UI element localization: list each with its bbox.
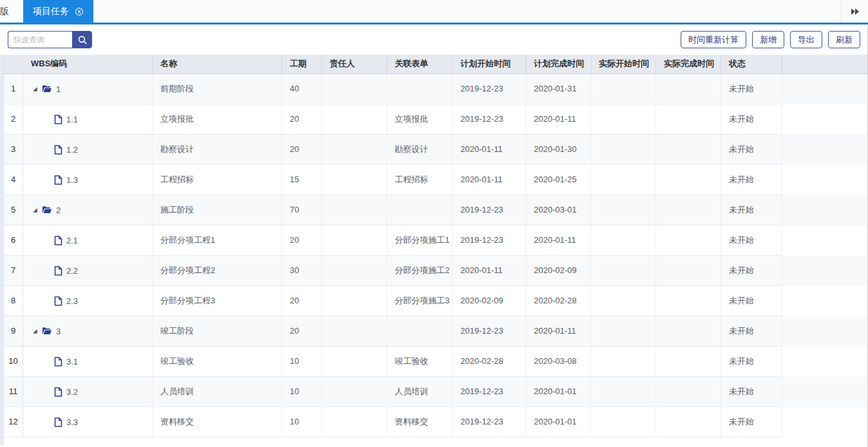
wbs-code-text: 2	[56, 205, 61, 215]
wbs-code-text: 1.2	[66, 145, 78, 155]
refresh-button[interactable]: 刷新	[828, 31, 860, 48]
duration-cell: 20	[282, 225, 322, 256]
col-header-wbs-code[interactable]: WBS编码	[23, 55, 153, 73]
file-icon	[54, 357, 62, 366]
col-header-owner[interactable]: 责任人	[322, 55, 387, 73]
owner-cell	[322, 316, 387, 347]
file-icon	[54, 387, 62, 397]
wbs-tree-cell: 1.2	[23, 135, 153, 165]
name-cell: 勘察设计	[153, 135, 282, 165]
plan-end-cell: 2020-01-30	[526, 135, 591, 165]
actual-end-cell	[656, 256, 721, 286]
wbs-code-text: 3.1	[66, 357, 78, 366]
table-row[interactable]: 52施工阶段702019-12-232020-03-01未开始	[4, 195, 868, 225]
recalculate-time-button[interactable]: 时间重新计算	[681, 31, 746, 48]
table-row[interactable]: 123.3资料移交10资料移交2019-12-232020-01-01未开始	[4, 407, 868, 437]
wbs-code-text: 1.3	[66, 175, 78, 185]
col-header-plan-end[interactable]: 计划完成时间	[526, 55, 591, 73]
col-header-status[interactable]: 状态	[721, 55, 782, 73]
task-table: WBS编码 名称 工期 责任人 关联表单 计划开始时间 计划完成时间 实际开始时…	[0, 55, 868, 445]
file-icon	[54, 417, 62, 427]
owner-cell	[322, 135, 387, 165]
search-input[interactable]	[8, 31, 72, 48]
wbs-tree-cell: 3.1	[23, 347, 153, 377]
table-row[interactable]: 31.2勘察设计20勘察设计2020-01-112020-01-30未开始	[4, 135, 868, 165]
name-cell: 立项报批	[153, 104, 282, 135]
actual-start-cell	[591, 135, 656, 165]
table-row[interactable]: 103.1竣工验收10竣工验收2020-02-282020-03-08未开始	[4, 347, 868, 377]
col-header-name[interactable]: 名称	[153, 55, 282, 73]
actual-end-cell	[656, 347, 721, 377]
wbs-code-text: 1	[56, 84, 61, 94]
duration-cell: 20	[282, 316, 322, 347]
expand-caret-icon[interactable]	[32, 86, 38, 92]
tab-project-tasks[interactable]: 项目任务	[23, 0, 93, 23]
duration-cell: 20	[282, 135, 322, 165]
tab-close-icon[interactable]	[75, 7, 84, 16]
tab-bar-spacer	[93, 0, 841, 23]
folder-icon	[42, 84, 52, 93]
plan-end-cell: 2020-02-28	[526, 286, 591, 316]
folder-icon	[42, 205, 52, 214]
add-button[interactable]: 新增	[752, 31, 784, 48]
owner-cell	[322, 256, 387, 286]
row-number: 9	[4, 316, 23, 347]
table-row[interactable]: 21.1立项报批20立项报批2019-12-232020-01-11未开始	[4, 104, 868, 135]
related-form-cell: 竣工验收	[387, 347, 453, 377]
tab-partial-left[interactable]: 版	[0, 0, 9, 23]
row-number: 11	[4, 377, 23, 407]
plan-start-cell: 2019-12-23	[453, 225, 526, 256]
row-number: 5	[4, 195, 23, 225]
wbs-code-text: 2.1	[66, 236, 78, 245]
tabs-overflow-icon[interactable]	[842, 0, 868, 23]
folder-icon	[42, 327, 52, 336]
plan-end-cell: 2020-01-11	[526, 316, 591, 347]
table-row[interactable]: 93竣工阶段202019-12-232020-01-11未开始	[4, 316, 868, 347]
table-row[interactable]: 72.2分部分项工程230分部分项施工22020-01-112020-02-09…	[4, 256, 868, 286]
status-cell: 未开始	[721, 104, 782, 135]
owner-cell	[322, 74, 387, 104]
plan-start-cell: 2020-01-11	[453, 135, 526, 165]
col-header-plan-start[interactable]: 计划开始时间	[453, 55, 526, 73]
actual-end-cell	[656, 286, 721, 316]
wbs-code-text: 3.2	[66, 387, 78, 397]
actual-end-cell	[656, 225, 721, 256]
row-number: 7	[4, 256, 23, 286]
col-header-duration[interactable]: 工期	[282, 55, 322, 73]
related-form-cell: 分部分项施工1	[387, 225, 453, 256]
status-cell: 未开始	[721, 347, 782, 377]
search-button[interactable]	[72, 31, 92, 48]
file-icon	[54, 296, 62, 306]
table-row[interactable]: 11前期阶段402019-12-232020-01-31未开始	[4, 74, 868, 104]
owner-cell	[322, 286, 387, 316]
wbs-code-text: 3.3	[66, 417, 78, 427]
expand-caret-icon[interactable]	[32, 207, 38, 213]
wbs-tree-cell: 2.3	[23, 286, 153, 316]
col-header-related-form[interactable]: 关联表单	[387, 55, 453, 73]
status-cell: 未开始	[721, 407, 782, 437]
name-cell: 分部分项工程2	[153, 256, 282, 286]
table-row[interactable]: 113.2人员培训10人员培训2019-12-232020-01-01未开始	[4, 377, 868, 407]
related-form-cell: 勘察设计	[387, 135, 453, 165]
plan-end-cell: 2020-03-01	[526, 195, 591, 225]
name-cell: 竣工验收	[153, 347, 282, 377]
duration-cell: 30	[282, 256, 322, 286]
col-header-actual-start[interactable]: 实际开始时间	[591, 55, 656, 73]
owner-cell	[322, 407, 387, 437]
export-button[interactable]: 导出	[790, 31, 822, 48]
plan-end-cell: 2020-01-01	[526, 377, 591, 407]
table-row[interactable]: 41.3工程招标15工程招标2020-01-112020-01-25未开始	[4, 165, 868, 195]
expand-caret-icon[interactable]	[32, 328, 38, 334]
plan-end-cell: 2020-02-09	[526, 256, 591, 286]
related-form-cell	[387, 316, 453, 347]
name-cell: 分部分项工程3	[153, 286, 282, 316]
owner-cell	[322, 347, 387, 377]
name-cell: 人员培训	[153, 377, 282, 407]
table-row[interactable]: 82.3分部分项工程320分部分项施工32020-02-092020-02-28…	[4, 286, 868, 316]
table-row[interactable]: 62.1分部分项工程120分部分项施工12019-12-232020-01-11…	[4, 225, 868, 256]
plan-end-cell: 2020-01-01	[526, 407, 591, 437]
col-header-actual-end[interactable]: 实际完成时间	[656, 55, 721, 73]
toolbar-actions: 时间重新计算 新增 导出 刷新	[681, 31, 860, 48]
table-header-row: WBS编码 名称 工期 责任人 关联表单 计划开始时间 计划完成时间 实际开始时…	[4, 55, 868, 74]
row-number: 10	[4, 347, 23, 377]
